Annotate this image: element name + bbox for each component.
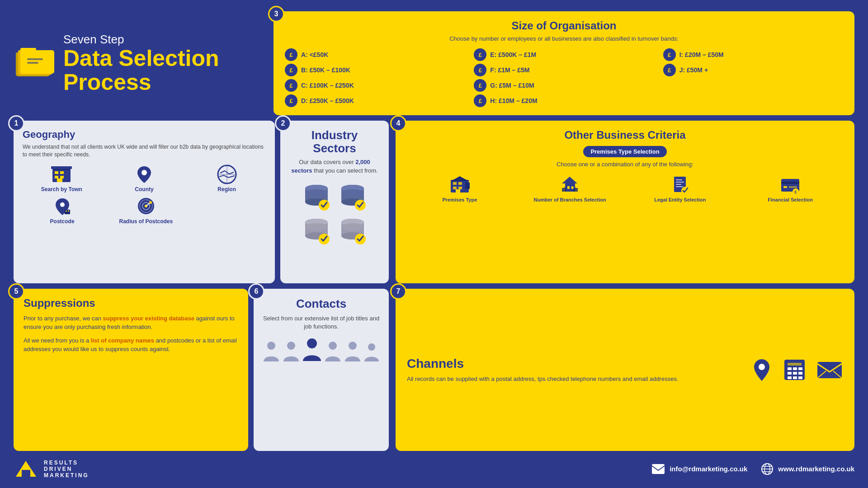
branches-label: Number of Branches Selection: [534, 197, 606, 202]
svg-rect-86: [793, 367, 797, 370]
turnover-j: £ J: £50M +: [663, 64, 843, 76]
turnover-f: £ F: £1M – £5M: [474, 64, 654, 76]
svg-point-26: [149, 201, 152, 204]
geo-county: County: [105, 164, 184, 192]
financial-label: Financial Selection: [768, 197, 813, 202]
svg-point-53: [307, 338, 317, 348]
svg-point-16: [142, 170, 147, 175]
svg-rect-79: [789, 186, 797, 188]
radius-icon: [135, 196, 157, 216]
svg-rect-94: [817, 362, 842, 378]
database-icon-1: [301, 182, 332, 211]
premises-type-item: Premises Type: [407, 174, 513, 202]
step-7-title: Channels: [407, 357, 741, 371]
svg-rect-6: [27, 58, 43, 60]
svg-rect-92: [793, 376, 797, 379]
premises-badge: Premises Type Selection: [583, 146, 666, 157]
geo-icons-row1: Search by Town County: [23, 164, 266, 192]
footer: RESULTS DRIVEN MARKETING info@rdmarketin…: [14, 456, 854, 479]
step-6-desc: Select from our extensive list of job ti…: [263, 314, 380, 331]
step-1-desc: We understand that not all clients work …: [23, 143, 266, 159]
step-6-badge: 6: [248, 283, 264, 300]
svg-point-54: [329, 342, 337, 350]
pound-icon-j: £: [663, 64, 676, 76]
geo-postcode-label: Postcode: [50, 218, 75, 225]
turnover-h: £ H: £10M – £20M: [474, 94, 654, 107]
financial-item: £ Financial Selection: [737, 174, 843, 202]
footer-email-text: info@rdmarketing.co.uk: [670, 465, 747, 473]
geo-search-by-town: Search by Town: [23, 164, 101, 192]
person-icons: [263, 338, 380, 362]
criteria-icons: Premises Type: [407, 174, 843, 202]
person-icon-6: [364, 342, 380, 362]
footer-email: info@rdmarketing.co.uk: [651, 464, 747, 474]
database-icon-4: [337, 216, 368, 245]
step-2-panel: 2 Industry Sectors Our data covers over …: [280, 121, 389, 283]
svg-rect-64: [465, 183, 470, 189]
header-text: Seven Step Data Selection Process: [63, 33, 267, 94]
step-2-desc: Our data covers over 2,000 sectors that …: [289, 158, 380, 174]
legal-icon: [669, 174, 691, 195]
geo-region: Region: [188, 164, 266, 192]
geo-county-label: County: [135, 186, 153, 192]
svg-rect-84: [788, 363, 802, 366]
turnover-grid: £ A: <£50K £ B: £50K – £100K £ C: £100K …: [285, 48, 843, 107]
turnover-f-label: F: £1M – £5M: [490, 66, 529, 74]
premises-type-icon: [448, 174, 471, 195]
step-3-badge: 3: [268, 6, 284, 22]
svg-rect-20: [68, 211, 69, 211]
turnover-c: £ C: £100K – £250K: [285, 79, 465, 92]
branches-item: Number of Branches Selection: [517, 174, 623, 202]
step-2-badge: 2: [275, 115, 291, 131]
rdm-logo-icon: [14, 459, 38, 479]
svg-point-43: [305, 223, 328, 230]
turnover-d: £ D: £250K – £500K: [285, 94, 465, 107]
channels-text: Channels All records can be supplied wit…: [407, 357, 741, 384]
svg-rect-87: [798, 367, 802, 370]
footer-website: www.rdmarketing.co.uk: [761, 463, 854, 475]
step-5-panel: 5 Suppressions Prior to any purchase, we…: [14, 289, 248, 451]
step-5-title: Suppressions: [24, 297, 238, 310]
svg-rect-5: [20, 48, 36, 53]
svg-rect-72: [676, 182, 684, 183]
svg-point-55: [349, 342, 357, 350]
header-subtitle: Seven Step: [63, 33, 267, 47]
page-container: Seven Step Data Selection Process 3 Size…: [0, 0, 868, 488]
right-column: 4 Other Business Criteria Premises Type …: [396, 121, 854, 451]
turnover-h-label: H: £10M – £20M: [490, 97, 537, 104]
svg-rect-74: [676, 186, 683, 187]
turnover-i: £ I: £20M – £50M: [663, 48, 843, 61]
step-4-panel: 4 Other Business Criteria Premises Type …: [396, 121, 854, 283]
pound-icon-e: £: [474, 48, 486, 61]
database-icon-2: [337, 182, 368, 211]
step-1-title: Geography: [23, 129, 266, 141]
svg-rect-58: [453, 182, 457, 185]
svg-rect-98: [22, 470, 30, 477]
region-icon: [216, 164, 238, 184]
legal-label: Legal Entity Selection: [654, 197, 706, 202]
turnover-a-label: A: <£50K: [301, 51, 328, 58]
svg-point-31: [305, 189, 328, 197]
building-icon: [50, 164, 73, 184]
svg-rect-9: [55, 171, 58, 174]
svg-rect-7: [27, 62, 38, 64]
svg-rect-19: [66, 211, 67, 211]
turnover-g: £ G: £5M – £10M: [474, 79, 654, 92]
channel-icons: [750, 357, 843, 382]
geo-icons-row2: Postcode Radius: [23, 196, 185, 225]
pound-icon-d: £: [285, 94, 297, 107]
footer-logo-line3: MARKETING: [44, 472, 89, 479]
channel-location-icon: [750, 357, 773, 382]
geo-postcode: Postcode: [23, 196, 102, 225]
svg-rect-10: [60, 171, 64, 174]
svg-rect-89: [793, 372, 797, 375]
step-6-title: Contacts: [296, 297, 346, 311]
geo-search-label: Search by Town: [41, 186, 82, 192]
pound-icon-c: £: [285, 79, 297, 92]
step-4-badge: 4: [390, 115, 406, 131]
svg-rect-85: [788, 367, 792, 370]
footer-logo: RESULTS DRIVEN MARKETING: [14, 459, 89, 479]
turnover-j-label: J: £50M +: [679, 66, 708, 74]
person-icon-5: [344, 340, 361, 362]
footer-website-text: www.rdmarketing.co.uk: [778, 465, 854, 473]
